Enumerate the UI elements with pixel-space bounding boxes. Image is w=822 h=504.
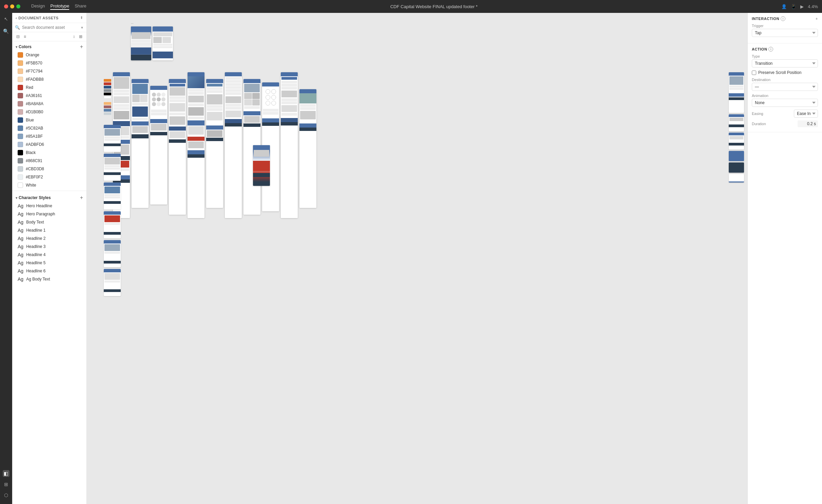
action-info-icon[interactable]: i <box>768 47 773 52</box>
proto-frame-stack-2[interactable] <box>104 154 121 181</box>
proto-frame-stack-6[interactable] <box>104 269 121 296</box>
fullscreen-button[interactable] <box>16 4 20 8</box>
color-85a1bf[interactable]: #85A1BF <box>12 132 86 140</box>
nav-design[interactable]: Design <box>31 3 45 10</box>
cursor-tool[interactable]: ↖ <box>3 16 9 22</box>
interaction-info-icon[interactable]: i <box>781 16 785 21</box>
color-fadbb8[interactable]: #FADBB8 <box>12 75 86 83</box>
add-color-button[interactable]: + <box>80 44 83 50</box>
back-arrow[interactable]: ‹ <box>16 16 17 20</box>
proto-frame-top-2[interactable] <box>153 26 173 60</box>
proto-frame-right-4[interactable] <box>729 151 744 161</box>
export-icon[interactable]: ⬆ <box>80 16 83 20</box>
type-select[interactable]: Transition <box>752 59 818 67</box>
proto-frame-stack-3[interactable] <box>104 182 121 210</box>
destination-select[interactable]: — <box>752 83 818 91</box>
char-style-hero-headline[interactable]: Ag Hero Headline <box>12 202 86 210</box>
plugins-icon[interactable]: ⬡ <box>3 492 9 499</box>
proto-frame-main-4[interactable] <box>169 79 186 215</box>
proto-frame-red[interactable] <box>253 145 270 186</box>
search-dropdown-icon[interactable]: ▼ <box>80 26 84 30</box>
color-5c82ab[interactable]: #5C82AB <box>12 124 86 132</box>
proto-frame-stack-5[interactable] <box>104 240 121 267</box>
preserve-scroll-checkbox[interactable] <box>752 71 756 75</box>
color-d1b0b0[interactable]: #D1B0B0 <box>12 108 86 116</box>
proto-frame-main-3[interactable] <box>150 86 167 205</box>
search-input[interactable] <box>22 25 78 30</box>
add-char-style-button[interactable]: + <box>80 195 83 200</box>
char-style-headline-1[interactable]: Ag Headline 1 <box>12 226 86 234</box>
close-button[interactable] <box>4 4 8 8</box>
char-style-hero-paragraph[interactable]: Ag Hero Paragraph <box>12 210 86 218</box>
sort-icon[interactable]: ↕ <box>72 34 76 40</box>
proto-frame-stack-1[interactable] <box>104 125 121 152</box>
proto-frame-right-3[interactable] <box>729 133 744 150</box>
components-icon[interactable]: ⊞ <box>3 481 9 488</box>
list-icon[interactable]: ≡ <box>22 34 27 40</box>
color-cbd3d8[interactable]: #CBD3D8 <box>12 165 86 173</box>
nav-prototype[interactable]: Prototype <box>50 3 69 10</box>
animation-select[interactable]: None <box>752 99 818 107</box>
nav-share[interactable]: Share <box>75 3 86 10</box>
color-name-red: Red <box>26 85 33 90</box>
proto-frame-main-5[interactable] <box>188 72 204 218</box>
char-style-ag-icon: Ag <box>18 219 23 225</box>
search-tool[interactable]: 🔍 <box>3 28 9 35</box>
divider-1 <box>12 191 86 191</box>
proto-frame-main-7[interactable] <box>225 72 242 218</box>
proto-frame-main-11[interactable] <box>299 89 316 208</box>
color-a36161[interactable]: #A36161 <box>12 92 86 100</box>
canvas[interactable]: ··· <box>87 13 747 504</box>
char-style-headline-2[interactable]: Ag Headline 2 <box>12 234 86 243</box>
char-style-headline-4[interactable]: Ag Headline 4 <box>12 251 86 259</box>
char-style-headline-5[interactable]: Ag Headline 5 <box>12 259 86 267</box>
color-blue[interactable]: Blue <box>12 116 86 124</box>
colors-chevron: ▾ <box>16 45 17 49</box>
user-icon[interactable]: 👤 <box>781 4 787 9</box>
color-ebf0f2[interactable]: #EBF0F2 <box>12 173 86 181</box>
device-icon[interactable]: 📱 <box>791 4 796 9</box>
traffic-lights <box>4 4 20 8</box>
proto-frame-right-5[interactable] <box>729 162 744 173</box>
char-style-headline-3[interactable]: Ag Headline 3 <box>12 243 86 251</box>
color-swatch-adbfd6 <box>18 142 23 147</box>
color-f7c794[interactable]: #F7C794 <box>12 67 86 75</box>
filter-icon[interactable]: ⊟ <box>15 34 21 40</box>
color-ba8a8a[interactable]: #BA8A8A <box>12 100 86 108</box>
color-868c91[interactable]: #868C91 <box>12 157 86 165</box>
color-black[interactable]: Black <box>12 149 86 157</box>
color-f5b570[interactable]: #F5B570 <box>12 59 86 67</box>
colors-section-header[interactable]: ▾ Colors + <box>12 41 86 51</box>
char-styles-section-header[interactable]: ▾ Character Styles + <box>12 192 86 202</box>
proto-frame-right-2[interactable] <box>729 114 744 131</box>
char-style-headline-6[interactable]: Ag Headline 6 <box>12 267 86 275</box>
color-adbfd6[interactable]: #ADBFD6 <box>12 140 86 149</box>
char-style-body-text[interactable]: Ag Body Text <box>12 218 86 226</box>
color-orange[interactable]: Orange <box>12 51 86 59</box>
color-swatch-d1b0b0 <box>18 109 23 115</box>
easing-select[interactable]: Ease In <box>794 110 818 118</box>
color-white[interactable]: White <box>12 181 86 189</box>
char-style-ag-icon: Ag <box>18 260 23 266</box>
grid-icon[interactable]: ⊞ <box>78 34 84 40</box>
play-icon[interactable]: ▶ <box>800 4 804 9</box>
layers-icon[interactable]: ◧ <box>3 470 9 477</box>
char-style-ag-icon: Ag <box>18 276 23 282</box>
proto-frame-top-1[interactable] <box>131 26 151 60</box>
add-interaction-button[interactable]: + <box>816 17 818 21</box>
minimize-button[interactable] <box>10 4 14 8</box>
char-style-ag-body-text[interactable]: Ag Ag Body Text <box>12 275 86 283</box>
color-red[interactable]: Red <box>12 83 86 92</box>
proto-frame-right-6[interactable] <box>729 174 744 182</box>
color-swatch-cbd3d8 <box>18 166 23 172</box>
proto-frame-main-2[interactable] <box>132 79 149 208</box>
proto-frame-main-6[interactable] <box>206 79 223 208</box>
interaction-title: INTERACTION i + <box>752 16 818 21</box>
interaction-section: INTERACTION i + Trigger Tap <box>748 13 822 43</box>
proto-frame-right-1[interactable] <box>729 72 744 113</box>
proto-frame-stack-4[interactable] <box>104 211 121 238</box>
trigger-select[interactable]: Tap <box>752 29 818 37</box>
color-swatch-white <box>18 182 23 188</box>
proto-frame-main-10[interactable] <box>281 72 298 218</box>
duration-value[interactable]: 0.2 s <box>798 120 818 127</box>
